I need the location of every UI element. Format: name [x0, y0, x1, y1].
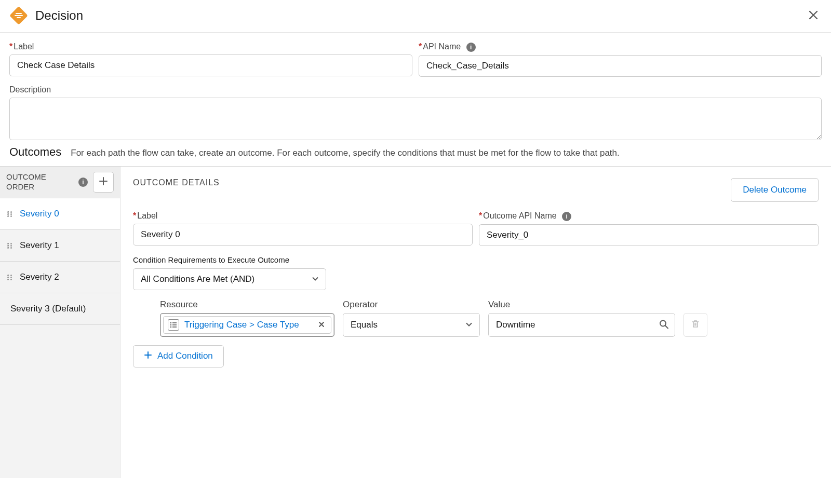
drag-handle-icon[interactable] [7, 243, 12, 248]
label-field-label: Label [9, 42, 412, 51]
info-icon[interactable]: i [562, 212, 571, 221]
api-name-label-text: API Name [419, 42, 461, 51]
add-condition-label: Add Condition [157, 351, 213, 361]
close-icon [318, 319, 325, 330]
outcome-api-name-label: Outcome API Name i [479, 211, 819, 221]
close-icon [808, 7, 819, 23]
sidebar-item-outcome[interactable]: Severity 1 [0, 230, 120, 262]
outcome-api-name-label-text: Outcome API Name [479, 211, 557, 220]
info-icon[interactable]: i [466, 43, 476, 52]
outcome-details-panel: OUTCOME DETAILS Delete Outcome Label Out… [120, 167, 831, 478]
modal-title: Decision [35, 8, 805, 23]
outcome-order-label: OUTCOME ORDER [6, 172, 75, 192]
outcomes-heading-row: Outcomes For each path the flow can take… [0, 145, 831, 166]
description-textarea[interactable] [9, 98, 822, 140]
svg-point-6 [170, 324, 171, 325]
drag-handle-icon[interactable] [7, 275, 12, 280]
value-input[interactable] [488, 313, 675, 337]
sidebar-item-label: Severity 0 [20, 209, 59, 219]
sidebar-item-label: Severity 3 (Default) [10, 304, 86, 314]
operator-column-label: Operator [343, 299, 480, 310]
sidebar-item-label: Severity 2 [20, 272, 59, 282]
label-input[interactable] [9, 55, 412, 76]
sidebar-item-label: Severity 1 [20, 240, 59, 251]
sidebar-item-outcome[interactable]: Severity 0 [0, 198, 120, 230]
svg-rect-7 [172, 324, 177, 325]
condition-row: Resource Triggering Case > Case Type [160, 299, 819, 337]
outcomes-help-text: For each path the flow can take, create … [71, 148, 619, 158]
operator-select[interactable]: Equals [343, 313, 480, 337]
modal-header: Decision [0, 0, 831, 33]
add-outcome-button[interactable] [93, 172, 114, 193]
sidebar-item-outcome[interactable]: Severity 2 [0, 262, 120, 293]
add-condition-button[interactable]: Add Condition [133, 345, 224, 367]
outcome-order-header: OUTCOME ORDER i [0, 167, 120, 198]
info-icon[interactable]: i [78, 178, 88, 187]
delete-condition-button[interactable] [683, 313, 707, 337]
outcome-label-input[interactable] [133, 224, 473, 246]
outcomes-heading: Outcomes [9, 145, 61, 159]
api-name-input[interactable] [419, 55, 822, 77]
condition-requirements-label: Condition Requirements to Execute Outcom… [133, 255, 299, 264]
svg-rect-3 [17, 17, 21, 18]
outcomes-main: OUTCOME ORDER i Severity 0 Severity [0, 166, 831, 478]
svg-rect-9 [172, 326, 177, 328]
list-icon [168, 319, 179, 331]
resource-input[interactable]: Triggering Case > Case Type [160, 313, 334, 337]
plus-icon [99, 176, 108, 187]
resource-pill: Triggering Case > Case Type [163, 316, 331, 334]
trash-icon [691, 319, 700, 330]
delete-outcome-button[interactable]: Delete Outcome [731, 178, 819, 202]
svg-point-4 [170, 322, 171, 323]
svg-rect-1 [16, 13, 22, 14]
outcome-api-name-input[interactable] [479, 224, 819, 246]
sidebar-item-default-outcome[interactable]: Severity 3 (Default) [0, 293, 120, 325]
svg-point-8 [170, 326, 171, 327]
close-button[interactable] [805, 8, 822, 23]
plus-icon [144, 351, 152, 362]
decision-icon [9, 6, 28, 25]
search-icon [659, 319, 669, 331]
outcome-label-label: Label [133, 211, 473, 221]
description-label: Description [9, 85, 822, 94]
outcome-details-title: OUTCOME DETAILS [133, 178, 731, 187]
decision-form: Label API Name i Description [0, 33, 831, 145]
svg-rect-5 [172, 322, 177, 323]
drag-handle-icon[interactable] [7, 211, 12, 216]
svg-rect-2 [15, 15, 23, 16]
outcome-order-sidebar: OUTCOME ORDER i Severity 0 Severity [0, 167, 120, 478]
condition-requirements-select[interactable]: All Conditions Are Met (AND) [133, 268, 326, 290]
value-column-label: Value [488, 299, 675, 310]
resource-pill-text: Triggering Case > Case Type [184, 320, 311, 330]
resource-pill-remove[interactable] [316, 319, 327, 330]
api-name-field-label: API Name i [419, 42, 822, 52]
resource-column-label: Resource [160, 299, 334, 310]
